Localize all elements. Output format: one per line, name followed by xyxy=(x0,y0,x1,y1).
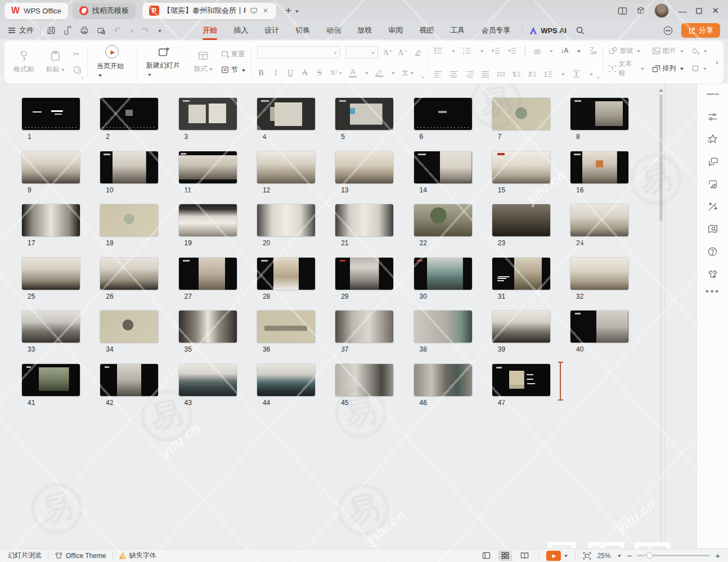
new-tab-plus-icon[interactable]: + xyxy=(283,5,294,17)
sticker-icon[interactable] xyxy=(663,25,673,36)
more-tools-icon[interactable]: ●●● xyxy=(705,287,720,294)
menu-tab-member[interactable]: 会员专享 xyxy=(480,24,511,37)
qat-customize-chevron-icon[interactable] xyxy=(158,30,161,34)
slide-thumbnail[interactable] xyxy=(179,258,237,290)
undo-icon[interactable]: ↶ xyxy=(114,25,121,35)
menu-tab-insert[interactable]: 插入 xyxy=(233,24,249,37)
align-right-icon[interactable] xyxy=(465,71,474,78)
reading-view-button[interactable] xyxy=(518,550,531,561)
play-slideshow-button[interactable]: ▶ xyxy=(546,551,568,561)
increase-font-button[interactable]: A⁺ xyxy=(383,48,393,57)
wps-ai-button[interactable]: WPS AI xyxy=(529,26,567,35)
menu-tab-animation[interactable]: 动画 xyxy=(326,24,341,37)
slide-thumbnail[interactable] xyxy=(335,311,393,343)
save-icon[interactable] xyxy=(47,26,56,35)
fill-color-button[interactable] xyxy=(691,47,707,55)
slide-thumbnail[interactable] xyxy=(257,258,315,290)
slide-thumbnail[interactable] xyxy=(335,98,393,130)
slide-thumbnail[interactable] xyxy=(492,258,550,290)
slide-sorter-view-button[interactable] xyxy=(498,550,512,561)
font-name-select[interactable] xyxy=(257,46,340,59)
slide-thumbnail[interactable] xyxy=(179,364,237,396)
monitor-icon[interactable] xyxy=(250,7,258,15)
normal-view-button[interactable] xyxy=(479,550,493,561)
slide-thumbnail[interactable] xyxy=(179,98,237,130)
slide-thumbnail[interactable] xyxy=(335,204,393,236)
menu-tab-design[interactable]: 设计 xyxy=(264,24,280,37)
print-icon[interactable] xyxy=(80,26,89,35)
slide-thumbnail[interactable] xyxy=(100,151,158,183)
text-direction-button[interactable]: ↓A xyxy=(560,47,568,55)
slide-thumbnail[interactable] xyxy=(335,151,393,183)
line-spacing-icon[interactable] xyxy=(544,71,552,78)
reset-button[interactable]: 重置 xyxy=(221,50,245,59)
app-box-icon[interactable] xyxy=(636,6,645,15)
slide-thumbnail[interactable] xyxy=(492,151,550,183)
symbol-merge-icon[interactable] xyxy=(588,47,597,55)
slide-thumbnail[interactable] xyxy=(257,311,315,343)
play-from-current-button[interactable]: ▶ 当页开始 xyxy=(93,44,131,80)
maximize-icon[interactable] xyxy=(695,7,703,15)
slide-thumbnail[interactable] xyxy=(570,151,628,183)
zoom-chevron-icon[interactable] xyxy=(618,555,621,559)
arrange-button[interactable]: 排列 xyxy=(652,64,684,73)
slide-thumbnail[interactable] xyxy=(414,258,472,290)
skin-settings-icon[interactable] xyxy=(697,263,728,285)
menu-tab-view[interactable]: 视图 xyxy=(419,24,434,37)
slide-thumbnail[interactable] xyxy=(22,98,80,130)
font-size-select[interactable] xyxy=(345,46,378,59)
decrease-font-button[interactable]: A⁻ xyxy=(398,48,408,57)
slide-thumbnail[interactable] xyxy=(570,311,628,343)
magic-wand-icon[interactable] xyxy=(697,195,728,218)
minimize-icon[interactable]: — xyxy=(678,6,686,16)
print-preview-icon[interactable] xyxy=(97,26,106,35)
zoom-out-button[interactable]: − xyxy=(627,551,632,560)
fit-window-button[interactable] xyxy=(583,552,591,560)
slide-thumbnail[interactable] xyxy=(414,364,472,396)
scroll-up-icon[interactable] xyxy=(659,87,663,92)
increase-indent-icon[interactable] xyxy=(507,47,516,55)
close-window-icon[interactable]: ✕ xyxy=(712,6,719,16)
zoom-in-button[interactable]: + xyxy=(715,551,720,560)
slide-thumbnail[interactable] xyxy=(257,364,315,396)
tab-close-icon[interactable]: ✕ xyxy=(262,7,269,15)
scrollbar-thumb[interactable] xyxy=(659,95,663,221)
bold-button[interactable]: B xyxy=(257,69,265,78)
missing-font-button[interactable]: ! 缺失字体 xyxy=(119,551,156,560)
char-strike-button[interactable]: A xyxy=(301,69,309,78)
cut-icon[interactable]: ✂ xyxy=(73,50,82,59)
slide-sorter-canvas[interactable]: 1234567891011121314151617181920212223242… xyxy=(0,83,696,548)
slide-thumbnail[interactable] xyxy=(22,151,80,183)
font-color-button[interactable]: A xyxy=(349,68,357,78)
justify-icon[interactable] xyxy=(481,71,489,78)
slide-thumbnail[interactable] xyxy=(257,204,315,236)
slide-thumbnail[interactable] xyxy=(100,258,158,290)
clear-format-icon[interactable] xyxy=(413,48,422,57)
shapes-button[interactable]: 形状 xyxy=(609,46,644,56)
share-button[interactable]: 分享 xyxy=(681,23,720,38)
section-button[interactable]: 节 xyxy=(221,65,245,75)
textbox-button[interactable]: 文本框 xyxy=(609,59,644,78)
slide-thumbnail[interactable] xyxy=(22,204,80,236)
find-browse-icon[interactable] xyxy=(697,218,728,240)
slide-thumbnail[interactable] xyxy=(335,258,393,290)
properties-icon[interactable] xyxy=(697,105,728,128)
format-painter-button[interactable]: 格式刷 xyxy=(10,49,37,75)
strikethrough-button[interactable]: S xyxy=(316,69,323,78)
avatar[interactable] xyxy=(654,3,669,18)
slide-thumbnail[interactable] xyxy=(22,311,80,343)
slide-thumbnail[interactable] xyxy=(179,204,237,236)
char-spacing-button[interactable]: ab xyxy=(534,47,541,54)
slide-thumbnail[interactable] xyxy=(414,98,472,130)
slide-thumbnail[interactable] xyxy=(179,311,237,343)
decrease-indent-icon[interactable] xyxy=(491,47,500,55)
beautify-leaf-icon[interactable] xyxy=(697,173,728,195)
distribute-text-icon[interactable] xyxy=(497,71,505,78)
decrease-row-space-icon[interactable] xyxy=(528,71,537,78)
superscript-button[interactable]: X² xyxy=(330,69,342,77)
slide-thumbnail[interactable] xyxy=(257,98,315,130)
slide-thumbnail[interactable] xyxy=(570,204,628,236)
zoom-slider-knob[interactable] xyxy=(646,552,653,559)
menu-tab-tools[interactable]: 工具 xyxy=(450,24,465,37)
tab-list-chevron-icon[interactable] xyxy=(295,10,299,14)
